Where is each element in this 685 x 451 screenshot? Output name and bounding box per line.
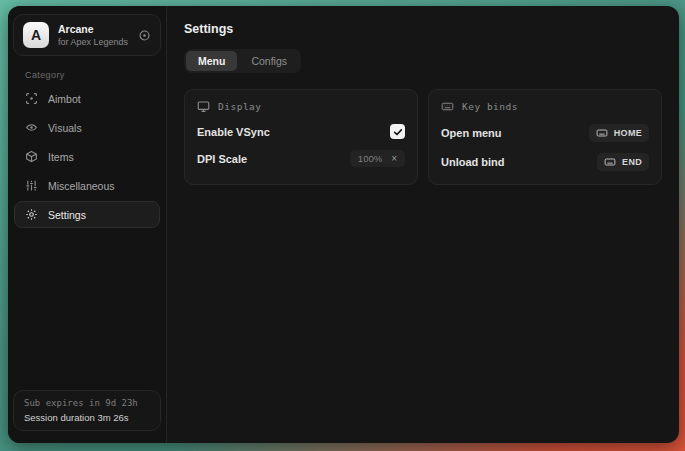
- monitor-icon: [197, 100, 210, 113]
- unload-bind-row: Unload bind END: [441, 153, 649, 171]
- unload-keybind[interactable]: END: [597, 153, 649, 171]
- open-menu-label: Open menu: [441, 127, 502, 139]
- session-card: Sub expires in 9d 23h Session duration 3…: [13, 390, 161, 431]
- keybinds-card-title: Key binds: [462, 101, 518, 112]
- unload-key: END: [622, 157, 642, 167]
- open-menu-key: HOME: [614, 128, 642, 138]
- display-card-title: Display: [218, 101, 262, 112]
- dpi-scale-control[interactable]: 100% ×: [350, 150, 405, 167]
- profile-text: Arcane for Apex Legends: [58, 23, 128, 47]
- app-window: A Arcane for Apex Legends Category: [8, 6, 679, 443]
- sidebar-item-aimbot[interactable]: Aimbot: [14, 85, 160, 112]
- sidebar-item-label: Items: [48, 151, 74, 163]
- sidebar-item-visuals[interactable]: Visuals: [14, 114, 160, 141]
- page-title: Settings: [184, 22, 662, 36]
- session-duration-text: Session duration 3m 26s: [24, 412, 150, 423]
- keyboard-icon: [441, 100, 454, 113]
- app-subtitle: for Apex Legends: [58, 37, 128, 47]
- sidebar-item-miscellaneous[interactable]: Miscellaneous: [14, 172, 160, 199]
- target-icon[interactable]: [138, 29, 151, 42]
- sidebar-item-label: Settings: [48, 209, 86, 221]
- settings-cards: Display Enable VSync DPI Scale 100% ×: [184, 89, 662, 185]
- open-menu-keybind[interactable]: HOME: [589, 124, 649, 142]
- profile-card: A Arcane for Apex Legends: [13, 14, 161, 56]
- keybinds-card-header: Key binds: [441, 100, 649, 113]
- dpi-label: DPI Scale: [197, 153, 247, 165]
- tab-bar: Menu Configs: [184, 49, 301, 73]
- sidebar-item-label: Visuals: [48, 122, 82, 134]
- check-icon: [393, 127, 403, 137]
- display-card-header: Display: [197, 100, 405, 113]
- gear-icon: [25, 208, 38, 221]
- clear-icon[interactable]: ×: [391, 154, 397, 164]
- category-label: Category: [25, 70, 166, 80]
- sliders-icon: [25, 179, 38, 192]
- dpi-value: 100%: [358, 153, 382, 164]
- dpi-row: DPI Scale 100% ×: [197, 150, 405, 167]
- sidebar: A Arcane for Apex Legends Category: [8, 6, 167, 443]
- sidebar-item-label: Aimbot: [48, 93, 81, 105]
- unload-bind-label: Unload bind: [441, 156, 505, 168]
- sidebar-nav: Aimbot Visuals Items: [8, 85, 166, 228]
- keybinds-card: Key binds Open menu HOME Unload bin: [428, 89, 662, 185]
- sidebar-item-settings[interactable]: Settings: [14, 201, 160, 228]
- sidebar-item-label: Miscellaneous: [48, 180, 115, 192]
- display-card: Display Enable VSync DPI Scale 100% ×: [184, 89, 418, 185]
- keyboard-icon: [604, 156, 616, 168]
- main-content: Settings Menu Configs Display Enable VSy…: [167, 6, 679, 443]
- vsync-row: Enable VSync: [197, 124, 405, 139]
- crosshair-icon: [25, 92, 38, 105]
- sub-expires-text: Sub expires in 9d 23h: [24, 398, 150, 408]
- vsync-checkbox[interactable]: [390, 124, 405, 139]
- tab-configs[interactable]: Configs: [239, 51, 299, 71]
- tab-menu[interactable]: Menu: [186, 51, 237, 71]
- app-logo: A: [23, 22, 49, 48]
- sidebar-item-items[interactable]: Items: [14, 143, 160, 170]
- app-name: Arcane: [58, 23, 128, 35]
- keyboard-icon: [596, 127, 608, 139]
- vsync-label: Enable VSync: [197, 126, 270, 138]
- cube-icon: [25, 150, 38, 163]
- eye-icon: [25, 121, 38, 134]
- open-menu-row: Open menu HOME: [441, 124, 649, 142]
